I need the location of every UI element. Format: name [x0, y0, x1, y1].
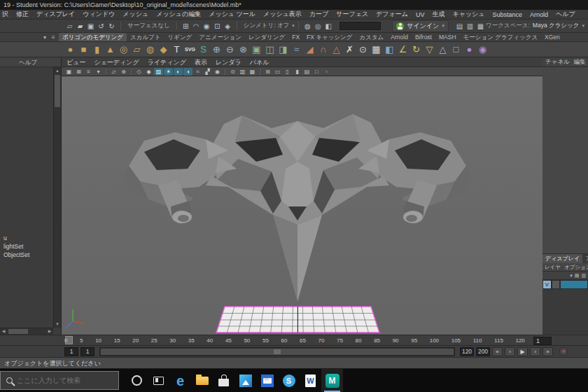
menubar-item[interactable]: ウィンドウ: [83, 10, 115, 19]
bridge-icon[interactable]: ∩: [317, 43, 329, 56]
layer-name-field[interactable]: [560, 280, 588, 289]
svg-tool-icon[interactable]: SVG: [184, 43, 196, 56]
image-plane-icon[interactable]: ▱: [109, 68, 118, 76]
poly-disc-icon[interactable]: ◍: [144, 43, 156, 56]
menubar-item[interactable]: 修正: [16, 10, 29, 19]
range-slider-handle[interactable]: [101, 349, 454, 355]
anti-aliasing-icon[interactable]: ▞: [203, 68, 212, 76]
task-view-button[interactable]: [148, 369, 169, 392]
poly-sphere-icon[interactable]: ●: [64, 43, 76, 56]
layer-editor-tab[interactable]: ディスプレイ: [542, 254, 582, 263]
range-slider[interactable]: [99, 347, 455, 356]
separate-icon[interactable]: ◫: [264, 43, 276, 56]
field-chart-icon[interactable]: ▤: [302, 68, 312, 76]
new-empty-layer-icon[interactable]: ▤: [575, 273, 580, 279]
grid-toggle-icon[interactable]: ⊞: [263, 68, 272, 76]
go-to-start-button[interactable]: «: [492, 347, 503, 356]
2d-pan-zoom-icon[interactable]: ⊕: [119, 68, 128, 76]
search-input[interactable]: [17, 377, 106, 384]
spin-edge-icon[interactable]: ↻: [410, 43, 422, 56]
poly-torus-icon[interactable]: ◎: [118, 43, 130, 56]
resolution-gate-icon[interactable]: ▯: [283, 68, 292, 76]
redo-icon[interactable]: ↻: [106, 22, 117, 30]
shelf-tab[interactable]: リギング: [164, 33, 196, 41]
new-layer-from-selected-icon[interactable]: ▥: [581, 273, 586, 279]
snap-point-icon[interactable]: ◉: [202, 22, 212, 30]
scroll-up-icon[interactable]: ▲: [54, 67, 61, 74]
menubar-item[interactable]: 択: [2, 10, 8, 19]
wireframe-on-shaded-icon[interactable]: ▦: [248, 68, 257, 76]
wireframe-icon[interactable]: ◇: [134, 68, 144, 76]
cortana-button[interactable]: [126, 369, 148, 392]
reduce-icon[interactable]: ▽: [424, 43, 435, 56]
outliner-item[interactable]: u: [0, 234, 53, 242]
menubar-item[interactable]: カーブ: [309, 10, 328, 19]
shelf-options-icon[interactable]: ≡: [49, 34, 57, 41]
auto-key-button[interactable]: ●: [559, 347, 568, 356]
menubar-item[interactable]: メッシュ: [122, 10, 148, 19]
outliner-toggle-icon[interactable]: ▤: [454, 22, 465, 30]
ambient-occlusion-icon[interactable]: ◑: [183, 68, 192, 76]
shelf-tab[interactable]: アニメーション: [195, 33, 245, 41]
safe-action-icon[interactable]: □: [312, 68, 321, 76]
boolean-union-icon[interactable]: ⊕: [211, 43, 223, 56]
poly-cylinder-icon[interactable]: ▮: [91, 43, 103, 56]
smooth-icon[interactable]: ≈: [290, 43, 302, 56]
shelf-tab[interactable]: カスタム: [356, 33, 388, 41]
safe-title-icon[interactable]: ▫: [322, 68, 331, 76]
attribute-editor-toggle-icon[interactable]: ▦: [475, 22, 486, 30]
depth-of-field-icon[interactable]: ◉: [213, 68, 222, 76]
render-icon[interactable]: ◍: [302, 22, 313, 30]
playback-end-field[interactable]: 120: [460, 347, 474, 356]
outliner-item[interactable]: ObjectSet: [0, 251, 53, 259]
snap-plane-icon[interactable]: ⊡: [212, 22, 223, 30]
model-geometry[interactable]: [123, 114, 472, 302]
shelf-tab[interactable]: FX キャッシング: [303, 33, 356, 41]
combine-icon[interactable]: ▣: [251, 43, 262, 56]
bevel-icon[interactable]: ◢: [304, 43, 316, 56]
play-forward-button[interactable]: ▶: [517, 347, 528, 356]
gate-mask-icon[interactable]: ▮: [293, 68, 302, 76]
isolate-select-icon[interactable]: ⊙: [228, 68, 237, 76]
sign-in-button[interactable]: サインイン ▾: [392, 20, 449, 32]
scroll-left-icon[interactable]: ◀: [0, 328, 7, 335]
outliner-horizontal-scrollbar[interactable]: ◀ ▶: [0, 328, 53, 335]
outliner-menu-help[interactable]: ヘルプ: [0, 58, 61, 67]
menubar-item[interactable]: サーフェス: [336, 10, 368, 19]
layer-visibility-toggle[interactable]: V: [542, 280, 552, 289]
live-surface-label[interactable]: サーフェスなし: [127, 22, 170, 30]
motion-blur-icon[interactable]: ≈: [193, 68, 202, 76]
snap-grid-icon[interactable]: ⊞: [181, 22, 191, 30]
lock-camera-icon[interactable]: ⊠: [74, 68, 83, 76]
sweep-mesh-icon[interactable]: S: [197, 43, 209, 56]
crease-icon[interactable]: ∠: [397, 43, 409, 56]
shelf-tab[interactable]: Arnold: [387, 33, 412, 41]
render-settings-icon[interactable]: ◧: [323, 22, 334, 30]
edge-button[interactable]: e: [169, 369, 191, 392]
new-scene-icon[interactable]: ▱: [64, 22, 75, 30]
boolean-intersection-icon[interactable]: ⊗: [237, 43, 249, 56]
outliner-item[interactable]: lightSet: [0, 242, 53, 251]
file-explorer-button[interactable]: [191, 369, 213, 392]
undo-icon[interactable]: ↺: [96, 22, 106, 30]
triangulate-icon[interactable]: △: [437, 43, 449, 56]
menubar-item[interactable]: Substance: [493, 11, 523, 18]
sculpt-tool-icon[interactable]: ●: [463, 43, 475, 56]
target-weld-icon[interactable]: ⊙: [357, 43, 369, 56]
platonic-solid-icon[interactable]: ◆: [158, 43, 169, 56]
channel-box-menu-item[interactable]: 編集: [574, 58, 586, 66]
viewport-canvas[interactable]: [62, 76, 542, 335]
animation-start-field[interactable]: 1: [64, 347, 78, 356]
shelf-tab[interactable]: XGen: [541, 33, 564, 41]
menubar-item[interactable]: ディスプレイ: [36, 10, 75, 19]
quadrangulate-icon[interactable]: □: [450, 43, 462, 56]
poly-cube-icon[interactable]: ■: [78, 43, 90, 56]
open-scene-icon[interactable]: ▰: [75, 22, 85, 30]
use-lights-icon[interactable]: ☀: [164, 68, 173, 76]
multi-cut-icon[interactable]: ✗: [344, 43, 356, 56]
quad-draw-icon[interactable]: ▦: [370, 43, 382, 56]
extrude-icon[interactable]: △: [330, 43, 342, 56]
symmetry-label[interactable]: シンメトリ: オフ: [244, 22, 290, 30]
viewport-3d-scene[interactable]: [62, 76, 542, 335]
animation-end-field[interactable]: 200: [476, 347, 490, 356]
